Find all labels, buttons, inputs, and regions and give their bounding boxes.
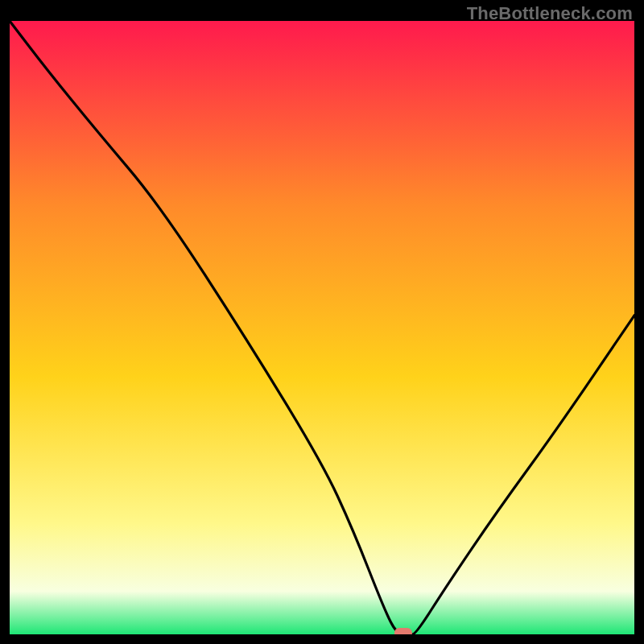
- watermark-label: TheBottleneck.com: [467, 3, 633, 24]
- plot-area: [10, 21, 634, 634]
- chart-frame: TheBottleneck.com: [0, 0, 644, 644]
- bottleneck-chart: [10, 21, 634, 634]
- optimum-marker: [394, 628, 412, 634]
- gradient-background: [10, 21, 634, 634]
